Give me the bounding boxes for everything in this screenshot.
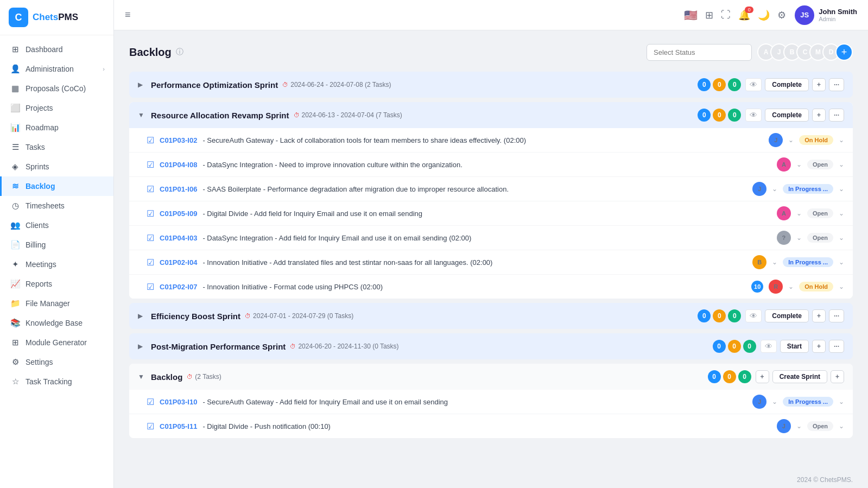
task-id[interactable]: C01P03-I02 xyxy=(160,136,197,144)
backlog-header[interactable]: ▼ Backlog ⏱ (2 Tasks) 0 0 0 + Create Spr… xyxy=(129,364,853,390)
task-id[interactable]: C01P01-I06 xyxy=(160,185,197,193)
sprint-dots-button-sprint4[interactable]: ··· xyxy=(829,340,844,353)
sidebar-item-dashboard[interactable]: ⊞ Dashboard xyxy=(0,40,113,59)
task-checkbox[interactable]: ☑ xyxy=(147,282,154,292)
sprint-header-sprint3[interactable]: ▶ Efficiency Boost Sprint ⏱ 2024-07-01 -… xyxy=(129,303,853,329)
task-status-arrow[interactable]: ⌄ xyxy=(839,422,844,430)
sprint-dots-button-sprint3[interactable]: ··· xyxy=(829,309,844,322)
task-checkbox[interactable]: ☑ xyxy=(147,257,154,268)
select-status-input[interactable] xyxy=(647,44,752,61)
task-expand-icon[interactable]: ⌄ xyxy=(796,422,802,430)
task-expand-icon[interactable]: ⌄ xyxy=(796,234,802,242)
task-status[interactable]: On Hold xyxy=(799,282,833,291)
settings-icon[interactable]: ⚙ xyxy=(777,9,786,21)
task-status[interactable]: Open xyxy=(807,208,833,218)
task-checkbox[interactable]: ☑ xyxy=(147,421,154,432)
backlog-add-button[interactable]: + xyxy=(831,370,844,383)
sidebar-item-roadmap[interactable]: 📊 Roadmap xyxy=(0,118,113,137)
task-status-arrow[interactable]: ⌄ xyxy=(839,136,844,144)
sidebar-item-meetings[interactable]: ✦ Meetings xyxy=(0,255,113,274)
backlog-plus-button[interactable]: + xyxy=(756,370,769,383)
sprint-action-button-sprint2[interactable]: Complete xyxy=(765,109,809,122)
task-expand-icon[interactable]: ⌄ xyxy=(788,136,794,144)
sprint-toggle-sprint2[interactable]: ▼ xyxy=(138,111,147,119)
sprint-action-button-sprint3[interactable]: Complete xyxy=(765,309,809,322)
task-status-arrow[interactable]: ⌄ xyxy=(839,258,844,266)
task-status[interactable]: In Progress ... xyxy=(783,257,833,267)
task-expand-icon[interactable]: ⌄ xyxy=(796,210,802,217)
task-expand-icon[interactable]: ⌄ xyxy=(796,161,802,168)
task-status-arrow[interactable]: ⌄ xyxy=(839,398,844,405)
task-id[interactable]: C01P02-I07 xyxy=(160,283,197,291)
task-checkbox[interactable]: ☑ xyxy=(147,208,154,219)
sidebar-item-proposals[interactable]: ▦ Proposals (CoCo) xyxy=(0,79,113,98)
task-status[interactable]: In Progress ... xyxy=(783,184,833,194)
task-status[interactable]: Open xyxy=(807,160,833,169)
task-id[interactable]: C01P03-I10 xyxy=(160,398,197,406)
task-expand-icon[interactable]: ⌄ xyxy=(788,283,794,290)
sidebar-item-clients[interactable]: 👥 Clients xyxy=(0,216,113,235)
grid-icon[interactable]: ⊞ xyxy=(705,9,713,21)
sidebar-item-filemanager[interactable]: 📁 File Manager xyxy=(0,294,113,313)
task-status[interactable]: In Progress ... xyxy=(783,397,833,407)
sprint-eye-button-sprint4[interactable]: 👁 xyxy=(761,340,777,353)
sprint-eye-button-sprint1[interactable]: 👁 xyxy=(745,78,762,91)
task-checkbox[interactable]: ☑ xyxy=(147,233,154,243)
sidebar-item-reports[interactable]: 📈 Reports xyxy=(0,274,113,294)
task-id[interactable]: C01P04-I08 xyxy=(160,161,197,169)
task-expand-icon[interactable]: ⌄ xyxy=(772,398,777,405)
task-id[interactable]: C01P05-I11 xyxy=(160,422,197,430)
sprint-plus-button-sprint3[interactable]: + xyxy=(812,309,826,322)
task-status-arrow[interactable]: ⌄ xyxy=(839,210,844,217)
sprint-header-sprint2[interactable]: ▼ Resource Allocation Revamp Sprint ⏱ 20… xyxy=(129,102,853,128)
task-checkbox[interactable]: ☑ xyxy=(147,397,154,407)
task-status[interactable]: Open xyxy=(807,421,833,431)
sprint-plus-button-sprint4[interactable]: + xyxy=(812,340,826,353)
task-status[interactable]: Open xyxy=(807,233,833,243)
task-id[interactable]: C01P04-I03 xyxy=(160,234,197,242)
sidebar-item-administration[interactable]: 👤 Administration › xyxy=(0,59,113,79)
backlog-toggle[interactable]: ▼ xyxy=(138,373,147,381)
theme-icon[interactable]: 🌙 xyxy=(758,9,770,21)
task-id[interactable]: C01P02-I04 xyxy=(160,258,197,267)
task-expand-icon[interactable]: ⌄ xyxy=(772,185,777,193)
task-expand-icon[interactable]: ⌄ xyxy=(772,258,777,266)
sidebar-item-backlog[interactable]: ≋ Backlog xyxy=(0,176,113,196)
sprint-header-sprint1[interactable]: ▶ Performance Optimization Sprint ⏱ 2024… xyxy=(129,72,853,98)
sprint-dots-button-sprint1[interactable]: ··· xyxy=(829,78,844,91)
sprint-toggle-sprint3[interactable]: ▶ xyxy=(138,312,147,320)
task-status-arrow[interactable]: ⌄ xyxy=(839,185,844,193)
sidebar-item-knowledgebase[interactable]: 📚 Knowledge Base xyxy=(0,313,113,333)
sidebar-item-projects[interactable]: ⬜ Projects xyxy=(0,98,113,118)
sprint-toggle-sprint4[interactable]: ▶ xyxy=(138,343,147,350)
task-status-arrow[interactable]: ⌄ xyxy=(839,283,844,290)
create-sprint-button[interactable]: Create Sprint xyxy=(772,370,827,383)
sprint-toggle-sprint1[interactable]: ▶ xyxy=(138,81,147,88)
task-status-arrow[interactable]: ⌄ xyxy=(839,161,844,168)
add-member-button[interactable]: + xyxy=(835,43,853,61)
sprint-plus-button-sprint1[interactable]: + xyxy=(812,78,826,91)
task-id[interactable]: C01P05-I09 xyxy=(160,210,197,218)
sidebar-item-timesheets[interactable]: ◷ Timesheets xyxy=(0,196,113,216)
sprint-header-sprint4[interactable]: ▶ Post-Migration Performance Sprint ⏱ 20… xyxy=(129,333,853,359)
task-status-arrow[interactable]: ⌄ xyxy=(839,234,844,242)
sidebar-item-tasktracking[interactable]: ☆ Task Tracking xyxy=(0,372,113,391)
sprint-action-button-sprint1[interactable]: Complete xyxy=(765,78,809,91)
sidebar-item-settings[interactable]: ⚙ Settings xyxy=(0,352,113,372)
sprint-plus-button-sprint2[interactable]: + xyxy=(812,109,826,122)
notification-icon[interactable]: 🔔 0 xyxy=(738,9,750,21)
task-checkbox[interactable]: ☑ xyxy=(147,135,154,145)
logo[interactable]: C ChetsPMS xyxy=(0,0,113,35)
sidebar-item-sprints[interactable]: ◈ Sprints xyxy=(0,157,113,176)
sidebar-item-modulegenerator[interactable]: ⊞ Module Generator xyxy=(0,333,113,352)
task-checkbox[interactable]: ☑ xyxy=(147,160,154,170)
task-status[interactable]: On Hold xyxy=(799,135,833,145)
sprint-eye-button-sprint2[interactable]: 👁 xyxy=(745,109,762,122)
hamburger-button[interactable]: ≡ xyxy=(125,9,131,21)
user-avatar[interactable]: JS John Smith Admin xyxy=(795,5,857,25)
sidebar-item-billing[interactable]: 📄 Billing xyxy=(0,235,113,255)
task-checkbox[interactable]: ☑ xyxy=(147,184,154,194)
sprint-action-button-sprint4[interactable]: Start xyxy=(780,340,809,353)
sprint-eye-button-sprint3[interactable]: 👁 xyxy=(745,309,762,322)
sidebar-item-tasks[interactable]: ☰ Tasks xyxy=(0,137,113,157)
